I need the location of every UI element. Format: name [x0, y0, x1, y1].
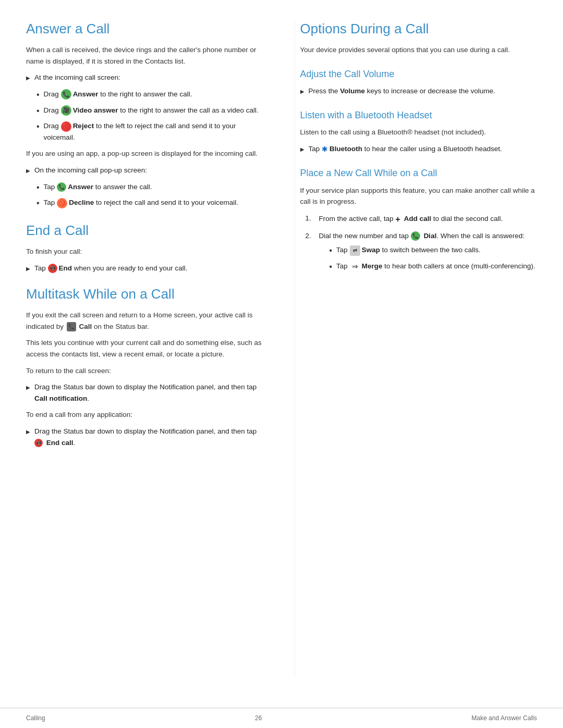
bullet-drag-answer: Drag 📞Answer to the right to answer the …	[36, 89, 263, 102]
swap-icon: ⇄	[350, 245, 360, 256]
return-intro: To return to the call screen:	[26, 365, 263, 377]
answer-icon: 📞	[61, 89, 71, 100]
adjust-volume-title: Adjust the Call Volume	[300, 68, 537, 80]
bullet-tap-answer: Tap 📞Answer to answer the call.	[36, 181, 263, 194]
bullet-drag-reject: Drag 🚫Reject to the left to reject the c…	[36, 120, 263, 143]
options-section: Options During a Call Your device provid…	[300, 21, 537, 56]
bluetooth-arrow1: Tap ✱Bluetooth to hear the caller using …	[300, 143, 537, 155]
place-new-call-intro: If your service plan supports this featu…	[300, 185, 537, 207]
end-call-title: End a Call	[26, 223, 263, 239]
call-status-icon: 📞	[67, 322, 76, 331]
multitask-arrow2-list: Drag the Status bar down to display the …	[26, 426, 263, 448]
end-intro: To end a call from any application:	[26, 409, 263, 421]
adjust-volume-arrow-list: Press the Volume keys to increase or dec…	[300, 85, 537, 97]
answered-sub-bullets: Tap ⇄Swap to switch between the two call…	[329, 244, 535, 273]
multitask-para1: If you exit the call screen and return t…	[26, 310, 263, 332]
end-call-intro: To finish your call:	[26, 246, 263, 257]
multitask-title: Multitask While on a Call	[26, 286, 263, 302]
right-column: Options During a Call Your device provid…	[295, 21, 537, 676]
place-new-call-title: Place a New Call While on a Call	[300, 167, 537, 179]
numbered-item-1: 1. From the active call, tap + Add call …	[305, 213, 537, 226]
footer-right: Make and Answer Calls	[472, 714, 537, 722]
adjust-volume-section: Adjust the Call Volume Press the Volume …	[300, 68, 537, 97]
sub-bullet-merge: Tap ⇒Merge to hear both callers at once …	[329, 261, 535, 274]
answer-call-arrow1: At the incoming call screen:	[26, 72, 263, 83]
answer-call-arrow2-list: On the incoming call pop-up screen:	[26, 165, 263, 176]
bluetooth-icon: ✱	[322, 143, 328, 155]
footer-page-number: 26	[255, 714, 262, 722]
bullet-tap-decline: Tap 🚫Decline to reject the call and send…	[36, 197, 263, 210]
add-call-icon: +	[396, 213, 400, 226]
tap-answer-icon: 📞	[57, 182, 66, 192]
end-call-inline-icon: 📵	[34, 439, 43, 447]
bullet-drag-video: Drag 🎥Video answer to the right to answe…	[36, 105, 263, 118]
answer-call-arrow2: On the incoming call pop-up screen:	[26, 165, 263, 176]
end-icon: 📵	[48, 264, 57, 273]
page: Answer a Call When a call is received, t…	[0, 0, 563, 728]
multitask-arrow1-list: Drag the Status bar down to display the …	[26, 381, 263, 404]
place-new-call-section: Place a New Call While on a Call If your…	[300, 167, 537, 278]
reject-icon: 🚫	[61, 121, 71, 132]
answer-call-bullets: Drag 📞Answer to the right to answer the …	[36, 89, 263, 143]
answer-call-section: Answer a Call When a call is received, t…	[26, 21, 263, 210]
video-answer-icon: 🎥	[61, 105, 71, 116]
multitask-arrow2: Drag the Status bar down to display the …	[26, 426, 263, 448]
bluetooth-intro: Listen to the call using a Bluetooth® he…	[300, 127, 537, 138]
left-column: Answer a Call When a call is received, t…	[26, 21, 274, 676]
content-area: Answer a Call When a call is received, t…	[0, 0, 563, 708]
sub-bullet-swap: Tap ⇄Swap to switch between the two call…	[329, 244, 535, 257]
popup-bullets: Tap 📞Answer to answer the call. Tap 🚫Dec…	[36, 181, 263, 210]
multitask-section: Multitask While on a Call If you exit th…	[26, 286, 263, 448]
options-intro: Your device provides several options tha…	[300, 44, 537, 56]
answer-call-title: Answer a Call	[26, 21, 263, 37]
end-call-arrow1: Tap 📵End when you are ready to end your …	[26, 263, 263, 274]
merge-icon: ⇒	[350, 263, 360, 270]
bluetooth-title: Listen with a Bluetooth Headset	[300, 109, 537, 121]
adjust-volume-arrow1: Press the Volume keys to increase or dec…	[300, 85, 537, 97]
end-call-arrow-list: Tap 📵End when you are ready to end your …	[26, 263, 263, 274]
footer: Calling 26 Make and Answer Calls	[0, 708, 563, 728]
place-new-call-numbered: 1. From the active call, tap + Add call …	[305, 213, 537, 278]
bluetooth-section: Listen with a Bluetooth Headset Listen t…	[300, 109, 537, 155]
end-call-section: End a Call To finish your call: Tap 📵End…	[26, 223, 263, 274]
popup-intro: If you are using an app, a pop-up screen…	[26, 148, 263, 159]
options-title: Options During a Call	[300, 21, 537, 37]
answer-call-arrow-list: At the incoming call screen:	[26, 72, 263, 83]
answer-call-intro: When a call is received, the device ring…	[26, 44, 263, 67]
multitask-para2: This lets you continue with your current…	[26, 337, 263, 360]
bluetooth-arrow-list: Tap ✱Bluetooth to hear the caller using …	[300, 143, 537, 155]
decline-icon: 🚫	[57, 198, 67, 208]
dial-icon: 📞	[411, 231, 420, 241]
numbered-item-2: 2. Dial the new number and tap 📞 Dial. W…	[305, 230, 537, 279]
footer-left: Calling	[26, 714, 45, 722]
multitask-arrow1: Drag the Status bar down to display the …	[26, 381, 263, 404]
